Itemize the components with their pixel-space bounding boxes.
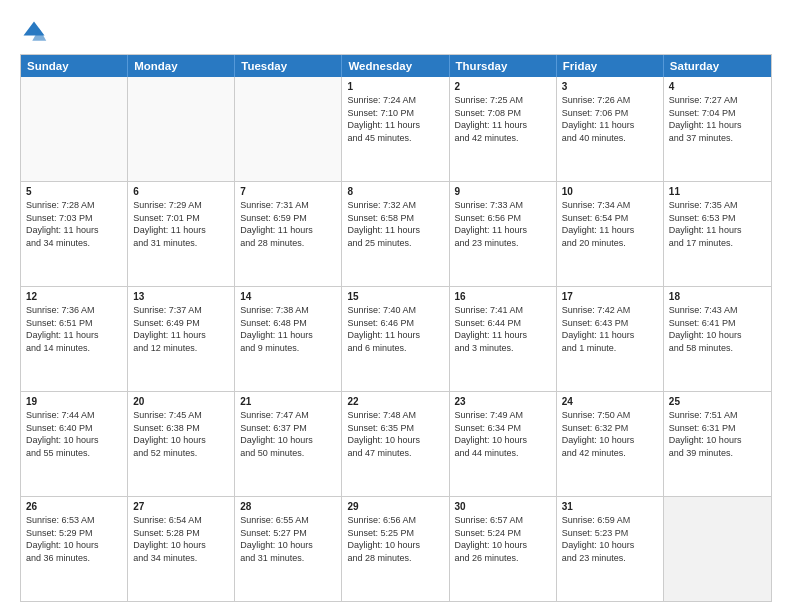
calendar-cell: 25Sunrise: 7:51 AMSunset: 6:31 PMDayligh… [664,392,771,496]
day-number: 24 [562,396,658,407]
day-number: 12 [26,291,122,302]
calendar-cell: 30Sunrise: 6:57 AMSunset: 5:24 PMDayligh… [450,497,557,601]
calendar-cell: 28Sunrise: 6:55 AMSunset: 5:27 PMDayligh… [235,497,342,601]
calendar-cell: 6Sunrise: 7:29 AMSunset: 7:01 PMDaylight… [128,182,235,286]
cell-info: Sunrise: 7:26 AMSunset: 7:06 PMDaylight:… [562,94,658,144]
calendar-cell [128,77,235,181]
logo-icon [20,18,48,46]
calendar-cell: 4Sunrise: 7:27 AMSunset: 7:04 PMDaylight… [664,77,771,181]
day-number: 30 [455,501,551,512]
calendar-cell: 21Sunrise: 7:47 AMSunset: 6:37 PMDayligh… [235,392,342,496]
day-number: 15 [347,291,443,302]
calendar-cell: 17Sunrise: 7:42 AMSunset: 6:43 PMDayligh… [557,287,664,391]
calendar-cell [21,77,128,181]
calendar-cell: 9Sunrise: 7:33 AMSunset: 6:56 PMDaylight… [450,182,557,286]
cell-info: Sunrise: 7:31 AMSunset: 6:59 PMDaylight:… [240,199,336,249]
day-number: 7 [240,186,336,197]
day-number: 22 [347,396,443,407]
cell-info: Sunrise: 7:42 AMSunset: 6:43 PMDaylight:… [562,304,658,354]
day-number: 23 [455,396,551,407]
calendar-cell: 2Sunrise: 7:25 AMSunset: 7:08 PMDaylight… [450,77,557,181]
cell-info: Sunrise: 7:41 AMSunset: 6:44 PMDaylight:… [455,304,551,354]
cell-info: Sunrise: 7:27 AMSunset: 7:04 PMDaylight:… [669,94,766,144]
day-number: 2 [455,81,551,92]
day-number: 26 [26,501,122,512]
day-number: 28 [240,501,336,512]
cell-info: Sunrise: 6:55 AMSunset: 5:27 PMDaylight:… [240,514,336,564]
calendar-cell: 18Sunrise: 7:43 AMSunset: 6:41 PMDayligh… [664,287,771,391]
cell-info: Sunrise: 7:38 AMSunset: 6:48 PMDaylight:… [240,304,336,354]
calendar-cell: 12Sunrise: 7:36 AMSunset: 6:51 PMDayligh… [21,287,128,391]
calendar-cell: 27Sunrise: 6:54 AMSunset: 5:28 PMDayligh… [128,497,235,601]
calendar-row: 12Sunrise: 7:36 AMSunset: 6:51 PMDayligh… [21,287,771,392]
day-number: 11 [669,186,766,197]
calendar-cell: 23Sunrise: 7:49 AMSunset: 6:34 PMDayligh… [450,392,557,496]
calendar-cell: 22Sunrise: 7:48 AMSunset: 6:35 PMDayligh… [342,392,449,496]
calendar-cell: 15Sunrise: 7:40 AMSunset: 6:46 PMDayligh… [342,287,449,391]
day-number: 19 [26,396,122,407]
cell-info: Sunrise: 6:59 AMSunset: 5:23 PMDaylight:… [562,514,658,564]
cell-info: Sunrise: 6:53 AMSunset: 5:29 PMDaylight:… [26,514,122,564]
cell-info: Sunrise: 7:48 AMSunset: 6:35 PMDaylight:… [347,409,443,459]
calendar: SundayMondayTuesdayWednesdayThursdayFrid… [20,54,772,602]
cell-info: Sunrise: 7:28 AMSunset: 7:03 PMDaylight:… [26,199,122,249]
calendar-cell: 3Sunrise: 7:26 AMSunset: 7:06 PMDaylight… [557,77,664,181]
calendar-cell: 31Sunrise: 6:59 AMSunset: 5:23 PMDayligh… [557,497,664,601]
calendar-cell [235,77,342,181]
calendar-cell: 13Sunrise: 7:37 AMSunset: 6:49 PMDayligh… [128,287,235,391]
calendar-row: 19Sunrise: 7:44 AMSunset: 6:40 PMDayligh… [21,392,771,497]
cell-info: Sunrise: 7:37 AMSunset: 6:49 PMDaylight:… [133,304,229,354]
cell-info: Sunrise: 7:49 AMSunset: 6:34 PMDaylight:… [455,409,551,459]
cell-info: Sunrise: 6:54 AMSunset: 5:28 PMDaylight:… [133,514,229,564]
cell-info: Sunrise: 7:44 AMSunset: 6:40 PMDaylight:… [26,409,122,459]
header [20,18,772,46]
cell-info: Sunrise: 7:50 AMSunset: 6:32 PMDaylight:… [562,409,658,459]
day-number: 8 [347,186,443,197]
cell-info: Sunrise: 7:45 AMSunset: 6:38 PMDaylight:… [133,409,229,459]
calendar-cell: 10Sunrise: 7:34 AMSunset: 6:54 PMDayligh… [557,182,664,286]
calendar-row: 5Sunrise: 7:28 AMSunset: 7:03 PMDaylight… [21,182,771,287]
cell-info: Sunrise: 7:32 AMSunset: 6:58 PMDaylight:… [347,199,443,249]
weekday-header: Monday [128,55,235,77]
cell-info: Sunrise: 7:40 AMSunset: 6:46 PMDaylight:… [347,304,443,354]
day-number: 17 [562,291,658,302]
weekday-header: Friday [557,55,664,77]
day-number: 1 [347,81,443,92]
cell-info: Sunrise: 6:56 AMSunset: 5:25 PMDaylight:… [347,514,443,564]
weekday-header: Tuesday [235,55,342,77]
cell-info: Sunrise: 6:57 AMSunset: 5:24 PMDaylight:… [455,514,551,564]
weekday-header: Saturday [664,55,771,77]
day-number: 13 [133,291,229,302]
day-number: 21 [240,396,336,407]
calendar-cell: 14Sunrise: 7:38 AMSunset: 6:48 PMDayligh… [235,287,342,391]
day-number: 29 [347,501,443,512]
cell-info: Sunrise: 7:47 AMSunset: 6:37 PMDaylight:… [240,409,336,459]
weekday-header: Sunday [21,55,128,77]
calendar-cell: 1Sunrise: 7:24 AMSunset: 7:10 PMDaylight… [342,77,449,181]
calendar-cell: 5Sunrise: 7:28 AMSunset: 7:03 PMDaylight… [21,182,128,286]
day-number: 10 [562,186,658,197]
calendar-header: SundayMondayTuesdayWednesdayThursdayFrid… [21,55,771,77]
calendar-cell [664,497,771,601]
calendar-cell: 26Sunrise: 6:53 AMSunset: 5:29 PMDayligh… [21,497,128,601]
day-number: 3 [562,81,658,92]
cell-info: Sunrise: 7:33 AMSunset: 6:56 PMDaylight:… [455,199,551,249]
calendar-cell: 16Sunrise: 7:41 AMSunset: 6:44 PMDayligh… [450,287,557,391]
day-number: 20 [133,396,229,407]
calendar-row: 1Sunrise: 7:24 AMSunset: 7:10 PMDaylight… [21,77,771,182]
logo [20,18,52,46]
day-number: 25 [669,396,766,407]
day-number: 5 [26,186,122,197]
day-number: 18 [669,291,766,302]
weekday-header: Thursday [450,55,557,77]
calendar-cell: 11Sunrise: 7:35 AMSunset: 6:53 PMDayligh… [664,182,771,286]
calendar-cell: 29Sunrise: 6:56 AMSunset: 5:25 PMDayligh… [342,497,449,601]
calendar-cell: 19Sunrise: 7:44 AMSunset: 6:40 PMDayligh… [21,392,128,496]
day-number: 31 [562,501,658,512]
day-number: 27 [133,501,229,512]
cell-info: Sunrise: 7:43 AMSunset: 6:41 PMDaylight:… [669,304,766,354]
weekday-header: Wednesday [342,55,449,77]
calendar-body: 1Sunrise: 7:24 AMSunset: 7:10 PMDaylight… [21,77,771,601]
cell-info: Sunrise: 7:36 AMSunset: 6:51 PMDaylight:… [26,304,122,354]
day-number: 16 [455,291,551,302]
